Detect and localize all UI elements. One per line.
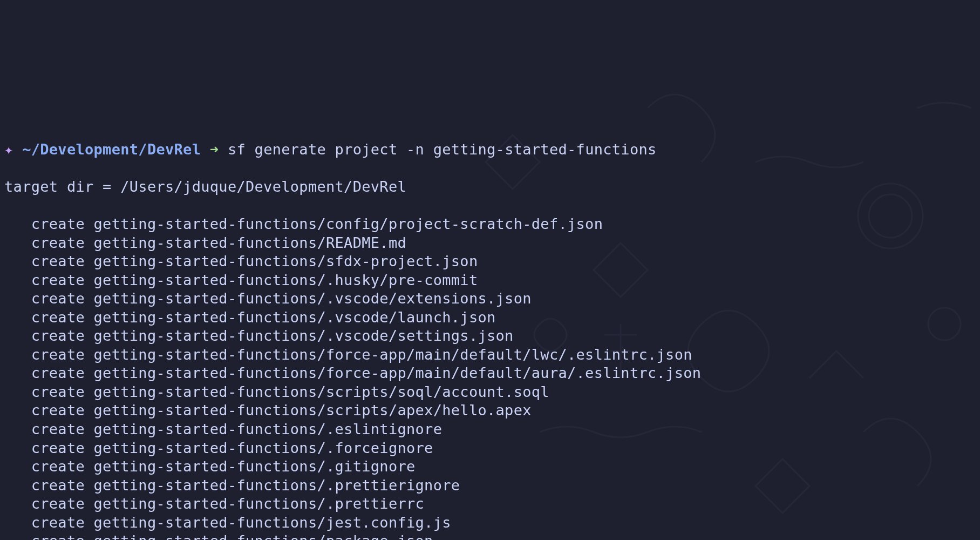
output-create-line: create getting-started-functions/.eslint… — [4, 420, 976, 439]
output-create-line: create getting-started-functions/force-a… — [4, 346, 976, 364]
output-create-line: create getting-started-functions/scripts… — [4, 401, 976, 420]
output-create-line: create getting-started-functions/.pretti… — [4, 495, 976, 514]
prompt-path: ~/Development/DevRel — [22, 141, 201, 158]
terminal-output[interactable]: ✦ ~/Development/DevRel ➜ sf generate pro… — [4, 122, 976, 540]
prompt-arrow-icon: ➜ — [210, 141, 219, 158]
output-create-line: create getting-started-functions/scripts… — [4, 383, 976, 402]
output-create-line: create getting-started-functions/.forcei… — [4, 439, 976, 458]
output-create-line: create getting-started-functions/.gitign… — [4, 457, 976, 476]
output-create-line: create getting-started-functions/.vscode… — [4, 327, 976, 346]
output-create-line: create getting-started-functions/force-a… — [4, 364, 976, 383]
prompt-symbol-icon: ✦ — [4, 141, 13, 158]
output-create-line: create getting-started-functions/.husky/… — [4, 271, 976, 290]
output-create-line: create getting-started-functions/.vscode… — [4, 289, 976, 308]
prompt-line-1: ✦ ~/Development/DevRel ➜ sf generate pro… — [4, 140, 976, 159]
output-create-line: create getting-started-functions/.vscode… — [4, 308, 976, 327]
output-create-line: create getting-started-functions/jest.co… — [4, 514, 976, 532]
output-target-dir: target dir = /Users/jduque/Development/D… — [4, 178, 976, 197]
command-text: sf generate project -n getting-started-f… — [228, 141, 657, 158]
output-create-line: create getting-started-functions/README.… — [4, 234, 976, 253]
output-create-line: create getting-started-functions/package… — [4, 532, 976, 540]
output-create-line: create getting-started-functions/config/… — [4, 215, 976, 234]
output-create-line: create getting-started-functions/.pretti… — [4, 476, 976, 495]
output-create-line: create getting-started-functions/sfdx-pr… — [4, 252, 976, 271]
